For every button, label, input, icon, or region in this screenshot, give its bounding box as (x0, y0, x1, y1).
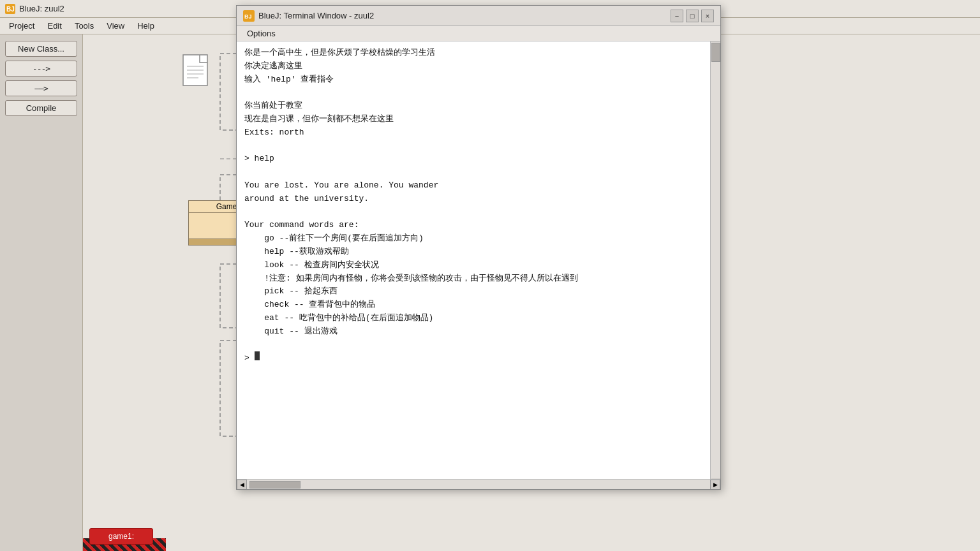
dashed-arrow-button[interactable]: ---> (5, 61, 77, 77)
terminal-line-blank3 (244, 166, 697, 179)
options-menu[interactable]: Options (242, 27, 281, 40)
terminal-cursor (255, 351, 260, 360)
terminal-title-bar: BJ BlueJ: Terminal Window - zuul2 − □ × (237, 6, 720, 26)
minimize-button[interactable]: − (671, 10, 683, 22)
terminal-line-6: > help (244, 152, 697, 166)
terminal-line-blank5 (244, 339, 697, 352)
terminal-line-8: around at the university. (244, 193, 697, 206)
terminal-line-15: check -- 查看背包中的物品 (244, 298, 697, 312)
terminal-input-line: > (244, 351, 697, 365)
menu-tools[interactable]: Tools (68, 20, 100, 32)
terminal-line-blank2 (244, 140, 697, 153)
menu-project[interactable]: Project (3, 20, 41, 32)
terminal-line-1: 你决定逃离这里 (244, 60, 697, 73)
terminal-line-16: eat -- 吃背包中的补给品(在后面追加物品) (244, 312, 697, 325)
terminal-menu: Options (237, 26, 720, 41)
solid-arrow-button[interactable]: ——> (5, 80, 77, 96)
terminal-output[interactable]: 你是一个高中生，但是你厌烦了学校枯燥的学习生活 你决定逃离这里 输入 'help… (237, 41, 710, 479)
blank-class-icon (182, 54, 214, 92)
terminal-line-11: help --获取游戏帮助 (244, 246, 697, 259)
terminal-line-2: 输入 'help' 查看指令 (244, 73, 697, 87)
hscroll-track (247, 480, 710, 489)
terminal-title-text: BlueJ: Terminal Window - zuul2 (258, 11, 374, 20)
app-title: BlueJ: zuul2 (19, 4, 64, 13)
terminal-line-10: go --前往下一个房间(要在后面追加方向) (244, 232, 697, 246)
terminal-line-9: Your command words are: (244, 219, 697, 232)
terminal-line-17: quit -- 退出游戏 (244, 325, 697, 339)
scrollbar-up-btn[interactable] (711, 41, 720, 42)
terminal-line-7: You are lost. You are alone. You wander (244, 179, 697, 193)
terminal-line-12: look -- 检查房间内安全状况 (244, 259, 697, 272)
terminal-icon: BJ (243, 10, 255, 22)
maximize-button[interactable]: □ (686, 10, 699, 22)
sidebar: New Class... ---> ——> Compile (0, 34, 83, 551)
menu-help[interactable]: Help (131, 20, 161, 32)
scrollbar-down-btn[interactable] (711, 478, 720, 479)
menu-view[interactable]: View (100, 20, 131, 32)
vertical-scrollbar[interactable] (710, 41, 720, 479)
terminal-line-4: 现在是自习课，但你一刻都不想呆在这里 (244, 113, 697, 126)
terminal-line-blank4 (244, 206, 697, 219)
bluej-icon: BJ (5, 4, 15, 14)
terminal-line-14: pick -- 拾起东西 (244, 285, 697, 298)
svg-text:BJ: BJ (6, 6, 15, 13)
terminal-title-left: BJ BlueJ: Terminal Window - zuul2 (243, 10, 374, 22)
menu-edit[interactable]: Edit (41, 20, 68, 32)
terminal-line-13: !注意: 如果房间内有怪物，你将会受到该怪物的攻击，由于怪物见不得人所以在遇到 (244, 272, 697, 286)
terminal-line-blank1 (244, 86, 697, 99)
close-button[interactable]: × (701, 10, 714, 22)
game1-button[interactable]: game1: (89, 528, 153, 545)
horizontal-scrollbar[interactable]: ◀ ▶ (237, 479, 720, 489)
scrollbar-thumb[interactable] (711, 43, 720, 62)
terminal-window-controls: − □ × (671, 10, 714, 22)
svg-text:BJ: BJ (244, 13, 252, 20)
terminal-line-0: 你是一个高中生，但是你厌烦了学校枯燥的学习生活 (244, 47, 697, 60)
hscroll-left-btn[interactable]: ◀ (237, 480, 247, 490)
hscroll-right-btn[interactable]: ▶ (710, 480, 720, 490)
terminal-content-wrapper: 你是一个高中生，但是你厌烦了学校枯燥的学习生活 你决定逃离这里 输入 'help… (237, 41, 720, 489)
hscroll-thumb[interactable] (249, 481, 301, 489)
terminal-line-5: Exits: north (244, 126, 697, 140)
terminal-body: 你是一个高中生，但是你厌烦了学校枯燥的学习生活 你决定逃离这里 输入 'help… (237, 41, 720, 479)
compile-button[interactable]: Compile (5, 100, 77, 116)
new-class-button[interactable]: New Class... (5, 41, 77, 57)
terminal-window: BJ BlueJ: Terminal Window - zuul2 − □ × … (236, 5, 721, 490)
terminal-line-3: 你当前处于教室 (244, 99, 697, 113)
